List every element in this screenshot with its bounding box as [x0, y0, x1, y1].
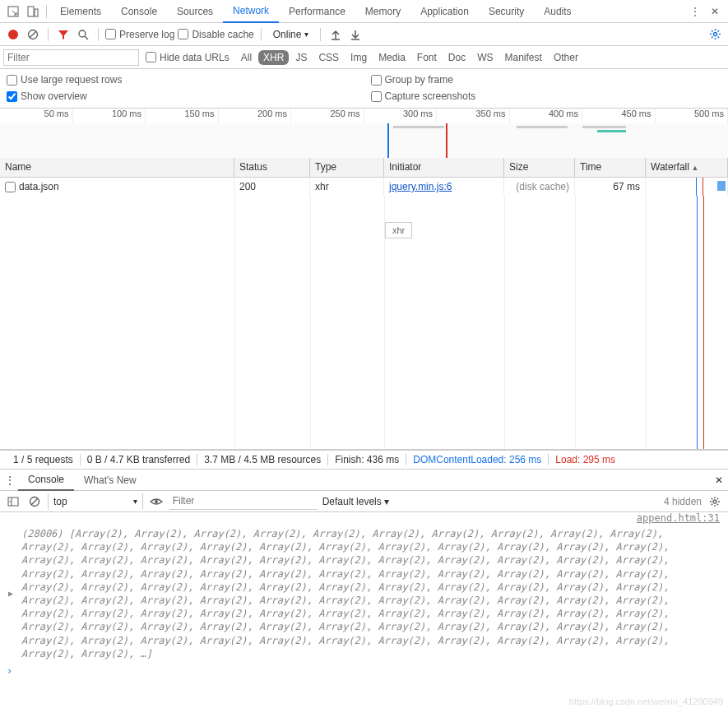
- upload-icon[interactable]: [327, 26, 344, 43]
- timeline-tick: 400 ms: [510, 109, 583, 123]
- clear-icon[interactable]: [25, 26, 41, 43]
- filter-type-doc[interactable]: Doc: [443, 50, 471, 65]
- svg-point-9: [713, 33, 716, 36]
- col-initiator[interactable]: Initiator: [384, 158, 504, 177]
- col-name[interactable]: Name: [0, 158, 234, 177]
- filter-type-xhr[interactable]: XHR: [258, 50, 289, 65]
- svg-line-6: [85, 36, 88, 39]
- timeline-tick: 350 ms: [437, 109, 510, 123]
- drawer-tabs: ⋮ ConsoleWhat's New ✕: [0, 470, 728, 491]
- col-size[interactable]: Size: [504, 158, 575, 177]
- summary-dom: DOMContentLoaded: 256 ms: [406, 454, 549, 465]
- filter-type-img[interactable]: Img: [345, 50, 372, 65]
- row-checkbox[interactable]: [5, 182, 16, 192]
- close-icon[interactable]: ✕: [705, 2, 725, 21]
- tab-network[interactable]: Network: [223, 0, 279, 23]
- drawer-tab-what-s-new[interactable]: What's New: [74, 470, 146, 491]
- console-sidebar-icon[interactable]: [5, 493, 21, 510]
- filter-type-media[interactable]: Media: [373, 50, 410, 65]
- svg-rect-1: [28, 7, 34, 16]
- summary-finish: Finish: 436 ms: [328, 454, 406, 465]
- tab-elements[interactable]: Elements: [50, 0, 111, 23]
- summary-requests: 1 / 5 requests: [7, 454, 81, 465]
- filter-type-all[interactable]: All: [236, 50, 257, 65]
- drawer-tab-console[interactable]: Console: [18, 470, 74, 491]
- hide-data-urls-checkbox[interactable]: Hide data URLs: [146, 52, 230, 63]
- table-row[interactable]: data.json 200 xhr jquery.min.js:6 (disk …: [0, 178, 728, 196]
- drawer-close-icon[interactable]: ✕: [715, 474, 723, 486]
- log-levels-select[interactable]: Default levels ▾: [322, 496, 389, 507]
- filter-type-other[interactable]: Other: [549, 50, 583, 65]
- disable-cache-checkbox[interactable]: Disable cache: [178, 29, 253, 40]
- more-icon[interactable]: ⋮: [685, 2, 705, 21]
- live-expression-icon[interactable]: [148, 493, 165, 510]
- expand-icon[interactable]: ▶: [8, 588, 13, 599]
- tab-console[interactable]: Console: [111, 0, 167, 23]
- watermark: https://blog.csdn.net/weixin_41290949: [569, 696, 723, 706]
- timeline-tick: 200 ms: [219, 109, 292, 123]
- tooltip: xhr: [385, 222, 412, 238]
- type-filters: AllXHRJSCSSImgMediaFontDocWSManifestOthe…: [236, 50, 583, 65]
- capture-screenshots-checkbox[interactable]: Capture screenshots: [371, 90, 722, 102]
- timeline-tick: 150 ms: [146, 109, 219, 123]
- filter-type-css[interactable]: CSS: [313, 50, 344, 65]
- col-waterfall[interactable]: Waterfall: [646, 158, 728, 177]
- inspect-icon[interactable]: [3, 2, 23, 21]
- device-icon[interactable]: [23, 2, 43, 21]
- console-toolbar: top▾ Default levels ▾ 4 hidden: [0, 491, 728, 512]
- download-icon[interactable]: [347, 26, 364, 43]
- console-filter-input[interactable]: [169, 493, 318, 510]
- requests-table: Name Status Type Initiator Size Time Wat…: [0, 158, 728, 450]
- filter-input[interactable]: [3, 49, 139, 66]
- network-toolbar: Preserve log Disable cache Online▾: [0, 23, 728, 46]
- large-rows-checkbox[interactable]: Use large request rows: [7, 74, 358, 86]
- timeline-overview[interactable]: 50 ms100 ms150 ms200 ms250 ms300 ms350 m…: [0, 109, 728, 158]
- main-tabs: ElementsConsoleSourcesNetworkPerformance…: [0, 0, 728, 23]
- tab-memory[interactable]: Memory: [355, 0, 410, 23]
- col-time[interactable]: Time: [575, 158, 646, 177]
- show-overview-checkbox[interactable]: Show overview: [7, 90, 358, 102]
- summary-bar: 1 / 5 requests 0 B / 4.7 KB transferred …: [0, 450, 728, 470]
- tab-audits[interactable]: Audits: [534, 0, 581, 23]
- hidden-count[interactable]: 4 hidden: [664, 496, 702, 507]
- console-clear-icon[interactable]: [26, 493, 43, 510]
- request-name: data.json: [19, 181, 59, 192]
- svg-line-4: [30, 31, 36, 38]
- timeline-tick: 450 ms: [582, 109, 656, 123]
- svg-rect-2: [35, 9, 38, 16]
- timeline-tick: 100 ms: [73, 109, 146, 123]
- preserve-log-checkbox[interactable]: Preserve log: [105, 29, 174, 40]
- request-time: 67 ms: [575, 178, 646, 196]
- console-source-link[interactable]: append.html:31: [0, 512, 728, 524]
- options-row: Use large request rows Show overview Gro…: [0, 69, 728, 109]
- tab-security[interactable]: Security: [479, 0, 534, 23]
- col-type[interactable]: Type: [310, 158, 384, 177]
- settings-icon[interactable]: [707, 26, 723, 43]
- load-line: [446, 123, 447, 158]
- summary-load: Load: 295 ms: [549, 454, 622, 465]
- tab-sources[interactable]: Sources: [167, 0, 223, 23]
- filter-type-ws[interactable]: WS: [472, 50, 498, 65]
- record-icon[interactable]: [5, 26, 21, 43]
- filter-row: Hide data URLs AllXHRJSCSSImgMediaFontDo…: [0, 46, 728, 69]
- context-select[interactable]: top▾: [48, 493, 143, 510]
- throttling-select[interactable]: Online▾: [268, 29, 314, 40]
- console-settings-icon[interactable]: [707, 493, 723, 510]
- filter-type-manifest[interactable]: Manifest: [500, 50, 547, 65]
- filter-icon[interactable]: [55, 26, 72, 43]
- console-prompt[interactable]: ›: [0, 664, 728, 678]
- request-size: (disk cache): [504, 178, 575, 196]
- filter-type-font[interactable]: Font: [412, 50, 442, 65]
- request-initiator[interactable]: jquery.min.js:6: [384, 178, 504, 196]
- group-by-frame-checkbox[interactable]: Group by frame: [371, 74, 722, 86]
- console-message[interactable]: ▶ (28006) [Array(2), Array(2), Array(2),…: [0, 524, 728, 664]
- timeline-tick: 50 ms: [0, 109, 73, 123]
- drawer-more-icon[interactable]: ⋮: [5, 474, 15, 486]
- search-icon[interactable]: [75, 26, 91, 43]
- tab-performance[interactable]: Performance: [279, 0, 355, 23]
- svg-point-14: [155, 500, 158, 503]
- timeline-tick: 500 ms: [656, 109, 729, 123]
- col-status[interactable]: Status: [234, 158, 310, 177]
- tab-application[interactable]: Application: [410, 0, 479, 23]
- filter-type-js[interactable]: JS: [290, 50, 312, 65]
